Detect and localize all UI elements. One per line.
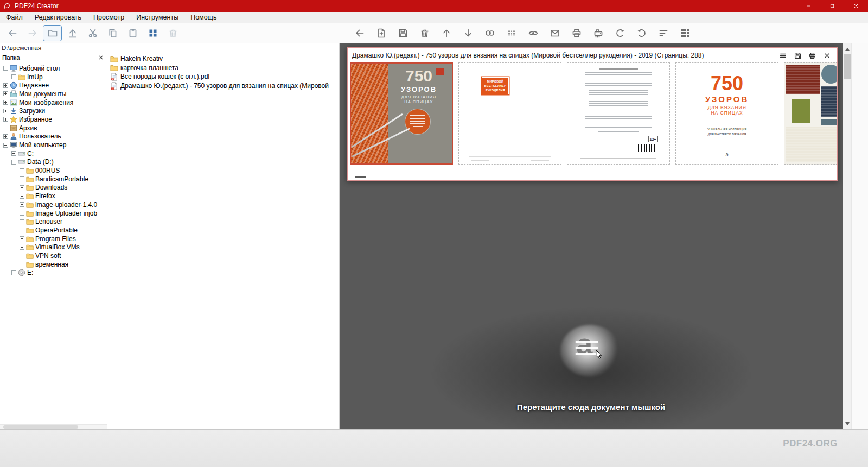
open-parent-button[interactable] [63,25,82,41]
back-button[interactable] [349,25,370,41]
menu-tools[interactable]: Инструменты [130,12,184,22]
list-item[interactable]: Драмашко Ю.(редакт.) - 750 узоров для вя… [110,81,339,91]
tree-item[interactable]: Рабочий стол [1,64,107,73]
redo-button[interactable] [631,25,652,41]
tree-item[interactable]: Мой компьютер [1,141,107,149]
preview-scrollbar-thumb[interactable] [355,176,366,178]
page-thumbnail[interactable]: 750УЗОРОВДЛЯ ВЯЗАНИЯНА СПИЦАХУНИКАЛЬНАЯ … [675,62,778,165]
expand-toggle-icon[interactable] [20,168,24,173]
tree-scrollbar-thumb[interactable] [3,425,78,429]
scroll-up-icon[interactable] [843,45,851,53]
tree-item[interactable]: image-uploader-1.4.0 [1,200,107,209]
preview-close-button[interactable] [821,50,833,61]
move-up-button[interactable] [436,25,457,41]
close-panel-icon[interactable] [97,54,105,61]
drop-zone[interactable]: a Перетащите сюда документ мышкой [340,299,843,429]
tree-item[interactable]: VPN soft [1,251,107,260]
minimize-button[interactable] [796,0,820,12]
list-item[interactable]: карточка планшета [110,64,339,73]
tree-item[interactable]: Program Files [1,235,107,243]
page-thumbnail[interactable]: 750УЗОРОВДЛЯ ВЯЗАНИЯНА СПИЦАХ [350,62,453,165]
expand-toggle-icon[interactable] [3,83,8,88]
nav-back-button[interactable] [3,25,22,41]
expand-toggle-icon[interactable] [3,100,8,105]
tree-item[interactable]: Data (D:) [1,158,107,167]
tree-item[interactable]: Downloads [1,184,107,192]
maximize-button[interactable] [820,0,844,12]
tree-item[interactable]: Недавнее [1,81,107,90]
grid-view-button[interactable] [675,25,695,41]
list-item[interactable]: Hakeln Kreativ [110,54,339,64]
print-button[interactable] [566,25,587,41]
expand-toggle-icon[interactable] [3,134,8,139]
paste-button[interactable] [123,25,142,41]
page-thumbnail[interactable] [784,62,837,165]
page-thumbnail[interactable]: 12+ [567,62,670,165]
sort-button[interactable] [653,25,674,41]
tree-item[interactable]: Firefox [1,192,107,200]
tree-item[interactable]: Мои изображения [1,98,107,107]
expand-toggle-icon[interactable] [3,91,8,96]
email-button[interactable] [545,25,565,41]
tree-item[interactable]: Lenouser [1,217,107,226]
expand-toggle-icon[interactable] [20,228,24,232]
save-button[interactable] [393,25,413,41]
preview-print-button[interactable] [806,50,818,61]
expand-toggle-icon[interactable] [20,219,24,224]
menu-view[interactable]: Просмотр [87,12,130,22]
collapse-toggle-icon[interactable] [3,66,8,71]
tree-item[interactable]: E: [1,269,107,277]
expand-toggle-icon[interactable] [20,176,24,181]
expand-toggle-icon[interactable] [20,194,24,199]
document-workspace[interactable]: Драмашко Ю.(редакт.) - 750 узоров для вя… [340,43,843,429]
expand-toggle-icon[interactable] [20,211,24,216]
tree-item[interactable]: ImUp [1,73,107,81]
tree-item[interactable]: OperaPortable [1,226,107,235]
collapse-toggle-icon[interactable] [3,143,8,148]
folder-browser-button[interactable] [43,25,62,41]
cut-button[interactable] [83,25,102,41]
tree-item[interactable]: Архив [1,124,107,132]
delete-button[interactable] [163,25,182,41]
copy-button[interactable] [103,25,122,41]
tree-item[interactable]: Избранное [1,115,107,124]
tree-horizontal-scrollbar[interactable] [0,424,107,429]
close-button[interactable] [844,0,868,12]
tree-item[interactable]: временная [1,260,107,269]
scroll-down-icon[interactable] [843,419,851,428]
preview-save-button[interactable] [792,50,803,61]
delete-page-button[interactable] [414,25,435,41]
fax-button[interactable] [588,25,609,41]
expand-toggle-icon[interactable] [3,117,8,122]
expand-toggle-icon[interactable] [11,270,16,275]
menu-edit[interactable]: Редактировать [29,12,87,22]
preview-menu-button[interactable] [777,50,789,61]
undo-button[interactable] [610,25,630,41]
tree-item[interactable]: VirtualBox VMs [1,243,107,251]
tree-item[interactable]: Мои документы [1,90,107,98]
nav-forward-button[interactable] [23,25,42,41]
titlebar[interactable]: PDF24 Creator [0,0,868,12]
expand-toggle-icon[interactable] [20,185,24,190]
expand-toggle-icon[interactable] [11,151,16,156]
list-item[interactable]: Все породы кошек (с огл.).pdf [110,72,339,81]
expand-toggle-icon[interactable] [20,245,24,250]
split-button[interactable] [501,25,522,41]
page-thumbnail[interactable]: МИРОВОЙБЕСТСЕЛЛЕРРУКОДЕЛИЯ [458,62,561,165]
tree-item[interactable]: Пользователь [1,132,107,141]
tile-view-button[interactable] [143,25,162,41]
tree-item[interactable]: Image Uploader injob [1,209,107,218]
tree-item[interactable]: 000RUS [1,166,107,175]
expand-toggle-icon[interactable] [3,109,8,113]
add-document-button[interactable] [371,25,392,41]
move-down-button[interactable] [458,25,478,41]
tree-item[interactable]: BandicamPortable [1,175,107,184]
expand-toggle-icon[interactable] [20,202,24,207]
expand-toggle-icon[interactable] [20,236,24,241]
tree-item[interactable]: Загрузки [1,106,107,115]
collapse-toggle-icon[interactable] [11,160,16,165]
menu-help[interactable]: Помощь [184,12,222,22]
preview-button[interactable] [523,25,544,41]
combine-button[interactable] [480,25,500,41]
scrollbar-thumb[interactable] [844,54,851,79]
